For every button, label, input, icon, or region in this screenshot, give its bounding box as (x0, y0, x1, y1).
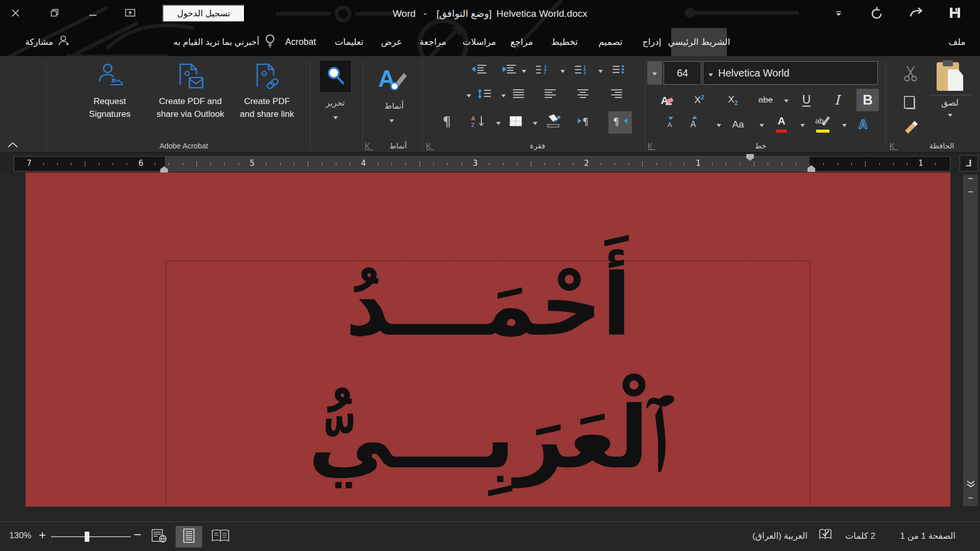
save-icon[interactable] (947, 4, 963, 23)
font-size-input[interactable]: 64 (664, 61, 701, 85)
multilevel-list-button[interactable]: 1ai (535, 63, 549, 78)
font-name-input[interactable]: Helvetica World (703, 61, 878, 85)
create-pdf-outlook-button[interactable]: Create PDF andshare via Outlook (147, 60, 234, 137)
styles-caret[interactable] (387, 115, 396, 124)
next-page-chevrons-icon[interactable] (966, 480, 975, 490)
editing-button-label[interactable]: تحرير (312, 98, 358, 108)
increase-indent-button[interactable] (472, 63, 487, 78)
proofing-icon[interactable] (819, 529, 833, 543)
text-effects-caret[interactable] (840, 114, 848, 135)
superscript-button[interactable]: X2 (690, 89, 708, 111)
read-mode-view-button[interactable] (207, 526, 234, 547)
font-dialog-launcher-icon[interactable] (648, 143, 655, 150)
zoom-out-button[interactable]: − (134, 527, 141, 543)
zoom-slider-thumb[interactable] (85, 532, 89, 542)
font-color-caret[interactable] (757, 114, 766, 135)
tab-mailings[interactable]: مراسلات (458, 28, 500, 56)
copy-button[interactable] (899, 94, 922, 113)
tab-view[interactable]: عرض (377, 28, 406, 56)
document-page[interactable]: أَحْمَـــدُ ٱلْعَرَبِـــيُّ (26, 172, 950, 507)
tab-file[interactable]: ملف (939, 28, 975, 56)
tab-layout[interactable]: تخطيط (545, 28, 584, 56)
numbering-button[interactable]: 123 (574, 63, 588, 78)
subscript-button[interactable]: X2 (724, 89, 742, 111)
strikethrough-button[interactable]: abe (755, 89, 776, 111)
grow-font-button[interactable]: A (686, 114, 700, 135)
share-button[interactable]: مشاركة (14, 28, 70, 56)
vertical-scrollbar[interactable] (963, 174, 978, 507)
tab-help[interactable]: تعليمات (328, 28, 371, 56)
styles-button[interactable]: A (377, 63, 409, 98)
web-layout-view-button[interactable] (146, 526, 173, 547)
tab-design[interactable]: تصميم (591, 28, 630, 56)
change-case-button[interactable]: Aa (729, 114, 747, 135)
line-spacing-button[interactable] (477, 88, 493, 102)
print-layout-view-button[interactable] (176, 526, 202, 547)
shading-button[interactable] (545, 111, 561, 134)
bullets-button[interactable] (611, 63, 626, 78)
word-count[interactable]: 2 كلمات (845, 531, 875, 541)
restore-window-icon[interactable] (46, 5, 63, 22)
cut-button[interactable] (899, 65, 922, 85)
paste-button[interactable]: لصق (926, 60, 973, 120)
collapse-ribbon-icon[interactable] (7, 141, 22, 151)
underline-caret[interactable] (782, 89, 790, 111)
align-left-button[interactable] (543, 88, 557, 102)
line-spacing-caret[interactable] (464, 88, 473, 102)
ltr-direction-button[interactable]: ¶ (576, 111, 594, 134)
font-size-caret[interactable] (647, 61, 662, 85)
editing-caret[interactable] (331, 112, 340, 121)
rtl-direction-button[interactable]: ¶ (608, 111, 632, 134)
font-color-button[interactable]: A (773, 113, 790, 135)
create-pdf-link-button[interactable]: Create PDFand share link (234, 60, 300, 137)
align-right-button[interactable] (609, 88, 624, 102)
justify-caret[interactable] (499, 88, 507, 102)
zoom-slider[interactable] (51, 536, 131, 537)
numbering-caret[interactable] (558, 63, 567, 78)
clear-formatting-button[interactable]: A (657, 89, 678, 111)
tab-references[interactable]: مراجع (504, 28, 539, 56)
undo-icon[interactable] (868, 4, 886, 23)
document-text[interactable]: أَحْمَـــدُ ٱلْعَرَبِـــيُّ (166, 239, 811, 505)
text-highlight-button[interactable]: ab (814, 113, 832, 135)
styles-button-label[interactable]: أنماط (369, 101, 420, 111)
language-indicator[interactable]: العربية (العراق) (752, 531, 807, 541)
close-icon[interactable] (7, 5, 24, 22)
font-name-caret[interactable] (708, 67, 713, 79)
tab-stop-selector[interactable]: L (960, 155, 978, 171)
paragraph-dialog-launcher-icon[interactable] (427, 143, 434, 150)
tab-acrobat[interactable]: Acrobat (280, 28, 322, 56)
tab-insert[interactable]: إدراج (636, 28, 668, 56)
bullets-caret[interactable] (596, 63, 604, 78)
italic-button[interactable]: I (829, 89, 845, 111)
decrease-indent-button[interactable] (501, 63, 517, 78)
request-signatures-button[interactable]: RequestSignatures (67, 60, 152, 137)
tab-home[interactable]: الشريط الرئيسي (671, 28, 727, 56)
borders-button[interactable] (508, 111, 524, 134)
minimize-icon[interactable] (84, 5, 102, 22)
justify-button[interactable] (511, 88, 526, 102)
change-case-caret[interactable] (715, 114, 723, 135)
borders-caret[interactable] (494, 111, 502, 134)
ribbon-display-options-icon[interactable] (121, 5, 139, 22)
zoom-level[interactable]: 130% (9, 531, 31, 541)
find-button[interactable] (319, 60, 352, 93)
clipboard-dialog-launcher-icon[interactable] (890, 143, 897, 150)
highlight-caret[interactable] (798, 114, 806, 135)
sign-in-button[interactable]: تسجيل الدخول (162, 5, 245, 22)
zoom-in-button[interactable]: + (39, 528, 46, 542)
shading-caret[interactable] (531, 111, 539, 134)
text-effects-button[interactable]: A (855, 114, 871, 135)
shrink-font-button[interactable]: A (663, 114, 677, 135)
underline-button[interactable]: U (798, 89, 815, 111)
multilevel-caret[interactable] (520, 63, 528, 78)
bold-button[interactable]: B (856, 89, 879, 111)
customize-quick-access-icon[interactable] (831, 4, 846, 23)
show-formatting-marks-button[interactable]: ¶ (440, 111, 455, 134)
format-painter-button[interactable] (899, 118, 922, 138)
align-center-button[interactable] (576, 88, 590, 102)
tab-review[interactable]: مراجعة (412, 28, 453, 56)
redo-icon[interactable] (908, 4, 926, 23)
page-indicator[interactable]: الصفحة 1 من 1 (900, 531, 956, 541)
styles-dialog-launcher-icon[interactable] (365, 143, 373, 150)
